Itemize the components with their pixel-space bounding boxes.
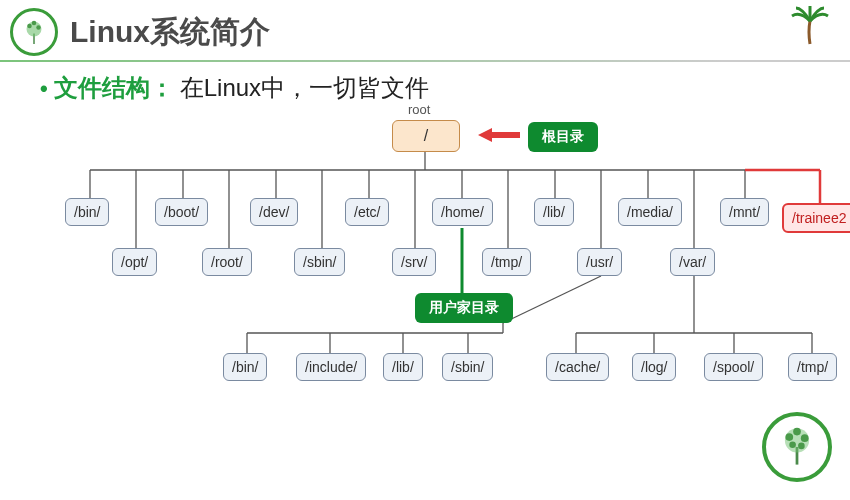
dir-box: /mnt/ — [720, 198, 769, 226]
dir-var-box: /var/ — [670, 248, 715, 276]
dir-box: /dev/ — [250, 198, 298, 226]
dir-box: /bin/ — [223, 353, 267, 381]
bullet-row: • 文件结构： 在Linux中，一切皆文件 — [0, 72, 850, 104]
dir-box: /bin/ — [65, 198, 109, 226]
palm-icon — [790, 6, 830, 55]
root-text-label: root — [408, 102, 430, 117]
arrow-tail — [492, 132, 520, 138]
dir-box: /log/ — [632, 353, 676, 381]
page-title: Linux系统简介 — [70, 12, 270, 53]
bullet-label: 文件结构： — [54, 72, 174, 104]
dir-box: /tmp/ — [482, 248, 531, 276]
dir-box: /sbin/ — [294, 248, 345, 276]
header-divider — [0, 60, 850, 62]
dir-box: /opt/ — [112, 248, 157, 276]
dir-box: /boot/ — [155, 198, 208, 226]
svg-point-41 — [789, 442, 796, 449]
root-dir-box: / — [392, 120, 460, 152]
svg-point-3 — [32, 21, 37, 26]
svg-point-38 — [785, 433, 793, 441]
dir-box: /tmp/ — [788, 353, 837, 381]
svg-point-1 — [27, 24, 32, 29]
dir-box: /root/ — [202, 248, 252, 276]
dir-box: /etc/ — [345, 198, 389, 226]
dir-box: /spool/ — [704, 353, 763, 381]
svg-point-39 — [801, 434, 809, 442]
trainee-box: /trainee2 — [782, 203, 850, 233]
tag-root-dir: 根目录 — [528, 122, 598, 152]
svg-line-24 — [503, 276, 601, 323]
svg-point-42 — [798, 443, 805, 450]
arrow-left-icon — [478, 128, 492, 142]
dir-box: /sbin/ — [442, 353, 493, 381]
dir-home-box: /home/ — [432, 198, 493, 226]
svg-point-2 — [36, 25, 41, 30]
dir-box: /lib/ — [534, 198, 574, 226]
dir-box: /include/ — [296, 353, 366, 381]
dir-box: /srv/ — [392, 248, 436, 276]
svg-point-40 — [793, 428, 801, 436]
tag-user-home: 用户家目录 — [415, 293, 513, 323]
bullet-text: 在Linux中，一切皆文件 — [180, 72, 429, 104]
dir-usr-box: /usr/ — [577, 248, 622, 276]
tree-icon — [19, 17, 49, 47]
dir-box: /lib/ — [383, 353, 423, 381]
tree-icon — [775, 425, 819, 469]
footer-logo-badge — [762, 412, 832, 482]
logo-badge — [10, 8, 58, 56]
filesystem-diagram: root / 根目录 /bin/ /boot/ /dev/ /etc/ /hom… — [0, 108, 850, 478]
dir-box: /media/ — [618, 198, 682, 226]
bullet-icon: • — [40, 76, 48, 102]
dir-box: /cache/ — [546, 353, 609, 381]
